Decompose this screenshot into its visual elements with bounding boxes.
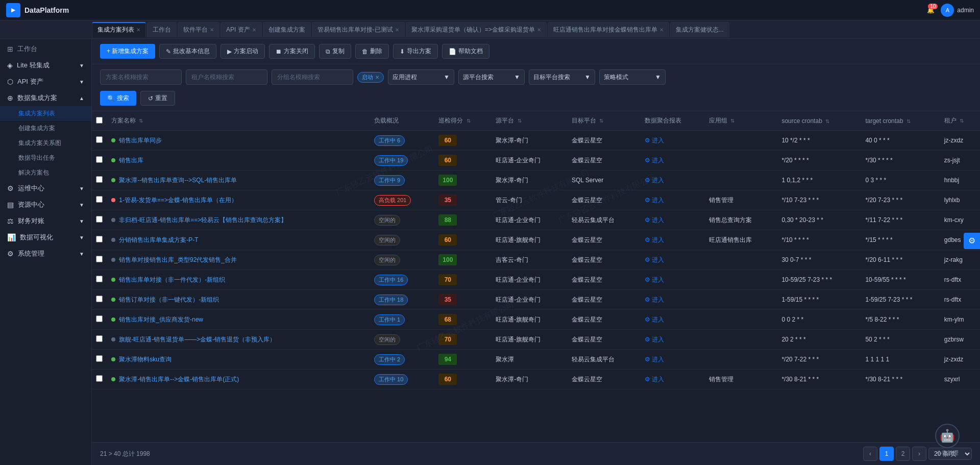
sidebar-item-lite[interactable]: ◈ Lite 轻集成 ▼ <box>0 57 91 74</box>
load-badge[interactable]: 高负载 201 <box>374 195 411 206</box>
sidebar-item-api[interactable]: ⬡ API 资产 ▼ <box>0 74 91 90</box>
tab-software[interactable]: 软件平台 ✕ <box>178 22 219 37</box>
tab-wdtong-close[interactable]: ✕ <box>659 27 664 33</box>
load-badge[interactable]: 工作中 10 <box>374 374 408 385</box>
scheme-name-link[interactable]: 销售出库 <box>119 157 143 164</box>
header-group[interactable]: 应用组 ⇅ <box>705 111 778 131</box>
scheme-name-link[interactable]: 聚水潭物料sku查询 <box>119 356 172 363</box>
sidebar-item-data-integration[interactable]: ⊕ 数据集成方案 ▲ <box>0 90 91 106</box>
scheme-name-link[interactable]: 销售单对接销售出库_类型92代发销售_合并 <box>119 256 237 263</box>
sidebar-sub-item-scheme-relation[interactable]: 集成方案关系图 <box>0 136 91 151</box>
row-checkbox[interactable] <box>96 375 103 382</box>
scheme-name-link[interactable]: 销售订单对接（非一键代发）-新组织 <box>119 296 219 303</box>
load-badge[interactable]: 工作中 16 <box>374 275 408 285</box>
header-source-crontab[interactable]: source crontab ⇅ <box>777 111 861 131</box>
tab-sales-out[interactable]: 管易销售出库单对接-已测试 ✕ <box>312 22 405 37</box>
row-checkbox[interactable] <box>96 176 103 183</box>
row-checkbox[interactable] <box>96 236 103 242</box>
row-checkbox[interactable] <box>96 335 103 342</box>
assistant-widget[interactable]: 🤖 小青助理 <box>935 424 960 457</box>
status-filter-close[interactable]: ✕ <box>375 75 379 80</box>
report-enter-button[interactable]: ⚙ 进入 <box>645 156 664 165</box>
scheme-name-link[interactable]: 聚水潭--销售出库单查询-->SQL-销售出库单 <box>119 177 237 184</box>
load-badge[interactable]: 工作中 18 <box>374 295 408 305</box>
report-enter-button[interactable]: ⚙ 进入 <box>645 296 664 304</box>
report-enter-button[interactable]: ⚙ 进入 <box>645 375 664 384</box>
sidebar-item-ops[interactable]: ⚙ 运维中心 ▼ <box>0 180 91 197</box>
report-enter-button[interactable]: ⚙ 进入 <box>645 256 664 264</box>
prev-page-button[interactable]: ‹ <box>863 447 877 461</box>
row-checkbox[interactable] <box>96 296 103 302</box>
export-button[interactable]: ⬇ 导出方案 <box>393 44 438 59</box>
tab-api[interactable]: API 资产 ✕ <box>220 22 262 37</box>
reset-button[interactable]: ↺ 重置 <box>140 91 175 106</box>
header-source[interactable]: 源平台 ⇅ <box>492 111 568 131</box>
tab-api-close[interactable]: ✕ <box>252 27 256 33</box>
row-checkbox[interactable] <box>96 216 103 223</box>
search-button[interactable]: 🔍 搜索 <box>100 91 136 106</box>
start-button[interactable]: ▶ 方案启动 <box>220 44 265 59</box>
sidebar-item-finance[interactable]: ⚖ 财务对账 ▼ <box>0 213 91 229</box>
page-2-button[interactable]: 2 <box>896 447 910 461</box>
strategy-select[interactable]: 策略模式 ▼ <box>599 69 666 85</box>
help-button[interactable]: 📄 帮助文档 <box>442 44 489 59</box>
tab-create[interactable]: 创建集成方案 <box>263 22 311 37</box>
header-target[interactable]: 目标平台 ⇅ <box>568 111 641 131</box>
scheme-name-link[interactable]: 分销销售出库单集成方案-P-T <box>119 236 198 243</box>
report-enter-button[interactable]: ⚙ 进入 <box>645 335 664 344</box>
load-badge[interactable]: 空闲的 <box>374 334 400 345</box>
sidebar-item-sysadmin[interactable]: ⚙ 系统管理 ▼ <box>0 246 91 262</box>
header-tenant[interactable]: 租户 ⇅ <box>940 111 980 131</box>
row-checkbox[interactable] <box>96 355 103 362</box>
next-page-button[interactable]: › <box>912 447 926 461</box>
scheme-name-link[interactable]: 销售出库单对接（非一件代发）-新组织 <box>119 276 225 283</box>
status-filter-tag[interactable]: 启动 ✕ <box>357 72 384 83</box>
notification-button[interactable]: 🔔 10 <box>927 7 935 14</box>
source-platform-select[interactable]: 源平台搜索 ▼ <box>458 69 525 85</box>
sidebar-item-resource[interactable]: ▤ 资源中心 ▼ <box>0 197 91 213</box>
group-name-search[interactable] <box>272 69 353 85</box>
header-name[interactable]: 方案名称 ⇅ <box>107 111 370 131</box>
tab-software-close[interactable]: ✕ <box>210 27 214 33</box>
header-target-crontab[interactable]: target crontab ⇅ <box>861 111 940 131</box>
scheme-name-link[interactable]: 1-管易-发货单==>金蝶-销售出库单（在用） <box>119 197 237 204</box>
report-enter-button[interactable]: ⚙ 进入 <box>645 136 664 145</box>
load-badge[interactable]: 空闲的 <box>374 255 400 265</box>
tab-wdtong[interactable]: 旺店通销售出库单对接金蝶销售出库单 ✕ <box>548 22 669 37</box>
stop-button[interactable]: ⏹ 方案关闭 <box>269 44 315 59</box>
scheme-name-search[interactable] <box>100 69 182 85</box>
scheme-name-link[interactable]: 非归档-旺店通-销售出库单==>轻易云【销售出库查询总方案】 <box>119 216 287 224</box>
sidebar-item-datavis[interactable]: 📊 数据可视化 ▼ <box>0 229 91 246</box>
scheme-name-link[interactable]: 旗舰-旺店通-销售退货单——>金蝶-销售退货（非预入库） <box>119 336 276 343</box>
tab-juhui-close[interactable]: ✕ <box>537 27 541 33</box>
page-1-button[interactable]: 1 <box>879 447 894 461</box>
scheme-name-link[interactable]: 销售出库对接_供应商发货-new <box>119 316 203 323</box>
admin-button[interactable]: A admin <box>941 4 974 17</box>
report-enter-button[interactable]: ⚙ 进入 <box>645 315 664 324</box>
tab-workbench[interactable]: 工作台 <box>147 22 177 37</box>
row-checkbox[interactable] <box>96 136 103 143</box>
row-checkbox[interactable] <box>96 156 103 163</box>
app-progress-select[interactable]: 应用进程 ▼ <box>388 69 454 85</box>
batch-info-button[interactable]: ✎ 批改基本信息 <box>159 44 216 59</box>
report-enter-button[interactable]: ⚙ 进入 <box>645 276 664 284</box>
report-enter-button[interactable]: ⚙ 进入 <box>645 196 664 205</box>
copy-button[interactable]: ⧉ 复制 <box>319 44 351 59</box>
load-badge[interactable]: 空闲的 <box>374 215 400 226</box>
report-enter-button[interactable]: ⚙ 进入 <box>645 176 664 185</box>
tenant-name-search[interactable] <box>186 69 267 85</box>
load-badge[interactable]: 工作中 19 <box>374 155 408 166</box>
tab-health[interactable]: 集成方案健状态... <box>670 22 729 37</box>
report-enter-button[interactable]: ⚙ 进入 <box>645 236 664 244</box>
delete-button[interactable]: 🗑 删除 <box>355 44 389 59</box>
row-checkbox[interactable] <box>96 256 103 262</box>
header-score[interactable]: 巡检得分 ⇅ <box>434 111 492 131</box>
sidebar-item-workbench[interactable]: ⊞ 工作台 <box>0 41 91 57</box>
load-badge[interactable]: 工作中 9 <box>374 175 405 186</box>
tab-sales-out-close[interactable]: ✕ <box>395 27 399 33</box>
row-checkbox[interactable] <box>96 315 103 322</box>
settings-panel[interactable]: ⚙ <box>964 233 980 249</box>
target-platform-select[interactable]: 目标平台搜索 ▼ <box>529 69 595 85</box>
sidebar-sub-item-scheme-list[interactable]: 集成方案列表 <box>0 106 91 121</box>
sidebar-sub-item-export-task[interactable]: 数据导出任务 <box>0 151 91 165</box>
